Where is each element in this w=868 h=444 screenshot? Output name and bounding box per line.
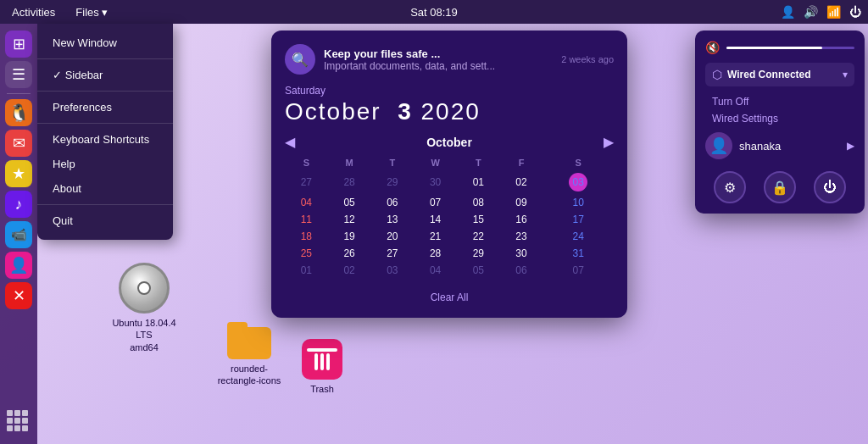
sidebar-icon-profile[interactable]: 👤 — [5, 252, 32, 279]
cal-cell[interactable]: 21 — [414, 228, 457, 245]
notification-header: 🔍 Keep your files safe ... Important doc… — [285, 44, 614, 75]
menu-item-about[interactable]: About — [37, 176, 173, 201]
app-menu: New Window Sidebar Preferences Keyboard … — [37, 24, 173, 240]
clear-all-button[interactable]: Clear All — [431, 291, 469, 303]
sidebar-icon-music[interactable]: ♪ — [5, 191, 32, 218]
cal-cell[interactable]: 12 — [328, 211, 371, 228]
user-arrow-icon[interactable]: ▶ — [847, 140, 854, 152]
wired-settings-button[interactable]: Wired Settings — [705, 110, 854, 127]
cal-cell[interactable]: 03 — [542, 170, 614, 194]
cal-cell[interactable]: 26 — [328, 245, 371, 262]
calendar-month-title: October — [426, 136, 472, 149]
user-menu-icon[interactable]: 👤 — [781, 5, 795, 19]
topbar-datetime[interactable]: Sat 08:19 — [410, 6, 458, 19]
sidebar-icon-ubuntu[interactable]: 🐧 — [5, 99, 32, 126]
cal-cell[interactable]: 28 — [328, 170, 371, 194]
cal-cell[interactable]: 17 — [542, 211, 614, 228]
desktop-icon-folder[interactable]: rounded-rectangle-icons — [215, 322, 283, 387]
cal-cell[interactable]: 15 — [457, 211, 500, 228]
cd-icon — [119, 263, 170, 314]
cal-cell[interactable]: 28 — [414, 245, 457, 262]
desktop-icon-ubuntu-disk[interactable]: Ubuntu 18.04.4 LTSamd64 — [110, 263, 178, 353]
calendar-prev-button[interactable]: ◀ — [285, 134, 295, 150]
cal-cell[interactable]: 07 — [542, 262, 614, 279]
desktop-icon-label-trash: Trash — [310, 383, 334, 395]
cal-cell[interactable]: 09 — [500, 194, 543, 211]
trash-line-3 — [326, 353, 330, 370]
settings-action-button[interactable]: ⚙ — [714, 171, 746, 203]
cal-cell[interactable]: 29 — [370, 170, 414, 194]
menu-item-preferences[interactable]: Preferences — [37, 95, 173, 119]
cal-cell[interactable]: 04 — [285, 194, 328, 211]
menu-separator-4 — [37, 204, 173, 205]
turn-off-button[interactable]: Turn Off — [705, 93, 854, 110]
cal-header-tue: T — [370, 155, 414, 170]
action-icons-row: ⚙ 🔒 ⏻ — [705, 171, 854, 203]
menu-item-sidebar[interactable]: Sidebar — [37, 63, 173, 87]
cal-cell[interactable]: 22 — [457, 228, 500, 245]
cal-cell[interactable]: 13 — [370, 211, 414, 228]
power-icon[interactable]: ⏻ — [849, 5, 861, 19]
cal-cell[interactable]: 02 — [328, 262, 371, 279]
trash-icon — [302, 339, 342, 380]
cal-cell[interactable]: 07 — [414, 194, 457, 211]
network-icon[interactable]: 📶 — [826, 5, 841, 19]
user-row: 👤 shanaka ▶ — [705, 127, 854, 164]
cal-cell[interactable]: 01 — [285, 262, 328, 279]
cal-cell[interactable]: 01 — [457, 170, 500, 194]
cal-cell[interactable]: 10 — [542, 194, 614, 211]
power-action-button[interactable]: ⏻ — [814, 171, 846, 203]
volume-mute-icon[interactable]: 🔇 — [705, 41, 720, 54]
sidebar-icon-meet[interactable]: 📹 — [5, 221, 32, 248]
volume-icon[interactable]: 🔊 — [804, 5, 818, 19]
desktop-icon-label-ubuntu: Ubuntu 18.04.4 LTSamd64 — [110, 317, 178, 353]
menu-item-keyboard-shortcuts[interactable]: Keyboard Shortcuts — [37, 127, 173, 152]
cal-cell[interactable]: 19 — [328, 228, 371, 245]
cal-cell[interactable]: 27 — [285, 170, 328, 194]
cal-cell[interactable]: 31 — [542, 245, 614, 262]
cal-cell[interactable]: 29 — [457, 245, 500, 262]
sidebar-icon-grid[interactable]: ⊞ — [5, 31, 32, 58]
cal-cell[interactable]: 08 — [457, 194, 500, 211]
cal-cell[interactable]: 02 — [500, 170, 543, 194]
activities-button[interactable]: Activities — [7, 4, 60, 20]
user-avatar: 👤 — [705, 132, 732, 159]
cal-cell[interactable]: 04 — [414, 262, 457, 279]
network-connection-row[interactable]: ⬡ Wired Connected ▾ — [705, 63, 854, 86]
cal-cell[interactable]: 05 — [328, 194, 371, 211]
volume-slider[interactable] — [726, 47, 854, 49]
sidebar-app-grid[interactable] — [7, 410, 31, 434]
sidebar-icon-cross[interactable]: ✕ — [5, 282, 32, 309]
files-button[interactable]: Files ▾ — [70, 4, 113, 20]
sidebar-icon-mail[interactable]: ✉ — [5, 130, 32, 157]
cal-cell[interactable]: 06 — [370, 194, 414, 211]
folder-body — [227, 327, 271, 359]
desktop-icon-trash[interactable]: Trash — [288, 339, 356, 395]
network-arrow-icon: ▾ — [843, 69, 848, 80]
topbar: Activities Files ▾ Sat 08:19 👤 🔊 📶 ⏻ — [0, 0, 868, 24]
menu-item-new-window[interactable]: New Window — [37, 31, 173, 55]
menu-item-quit[interactable]: Quit — [37, 208, 173, 233]
cal-cell[interactable]: 16 — [500, 211, 543, 228]
calendar-next-button[interactable]: ▶ — [604, 134, 614, 150]
cal-cell[interactable]: 23 — [500, 228, 543, 245]
cal-cell[interactable]: 30 — [500, 245, 543, 262]
sidebar-icon-lines[interactable]: ☰ — [5, 61, 32, 88]
menu-item-help[interactable]: Help — [37, 152, 173, 176]
cal-cell[interactable]: 11 — [285, 211, 328, 228]
cal-cell[interactable]: 30 — [414, 170, 457, 194]
lock-action-button[interactable]: 🔒 — [764, 171, 796, 203]
volume-row: 🔇 — [705, 41, 854, 54]
cal-cell[interactable]: 06 — [500, 262, 543, 279]
sidebar-icon-star[interactable]: ★ — [5, 160, 32, 187]
notification-text: Keep your files safe ... Important docum… — [324, 47, 553, 72]
cal-cell[interactable]: 14 — [414, 211, 457, 228]
cal-cell[interactable]: 27 — [370, 245, 414, 262]
calendar: Saturday October 3 2020 ◀ October ▶ S M … — [285, 85, 614, 304]
cal-cell[interactable]: 25 — [285, 245, 328, 262]
cal-cell[interactable]: 24 — [542, 228, 614, 245]
cal-cell[interactable]: 05 — [457, 262, 500, 279]
cal-cell[interactable]: 20 — [370, 228, 414, 245]
cal-cell[interactable]: 03 — [370, 262, 414, 279]
cal-cell[interactable]: 18 — [285, 228, 328, 245]
